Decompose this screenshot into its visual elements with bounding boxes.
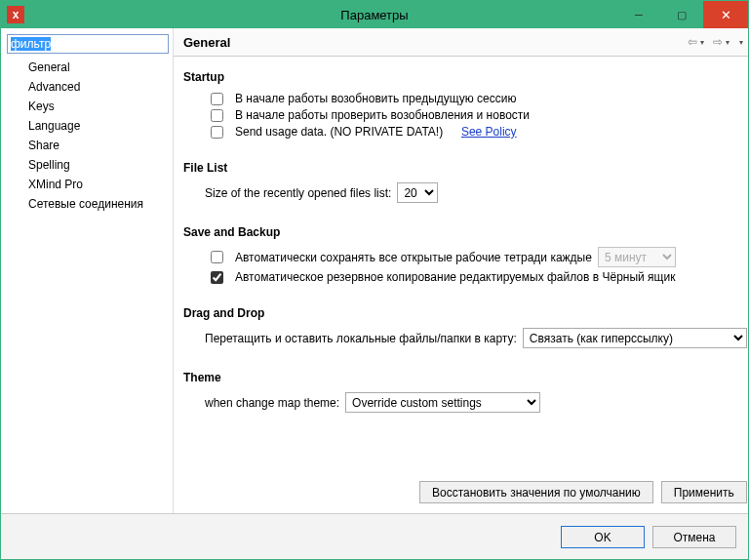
label-filelist-size: Size of the recently opened files list: xyxy=(205,186,391,200)
label-send-usage: Send usage data. (NO PRIVATE DATA!) xyxy=(235,125,443,139)
section-savebackup-title: Save and Backup xyxy=(183,225,747,239)
checkbox-auto-save[interactable] xyxy=(211,251,223,263)
checkbox-check-updates[interactable] xyxy=(211,109,223,122)
nav-item-language[interactable]: Language xyxy=(28,116,169,136)
filter-input[interactable] xyxy=(7,34,169,54)
nav-item-xmindpro[interactable]: XMind Pro xyxy=(28,175,169,194)
back-icon[interactable]: ⇦ xyxy=(685,34,700,50)
dialog-button-bar: OK Отмена xyxy=(1,513,748,560)
apply-button[interactable]: Применить xyxy=(661,481,747,503)
link-see-policy[interactable]: See Policy xyxy=(461,125,517,139)
main-panel: General ⇦▾ ⇨▾ ▾ Startup В начале работы … xyxy=(173,28,749,513)
checkbox-restore-session[interactable] xyxy=(211,93,223,105)
label-dragdrop: Перетащить и оставить локальные файлы/па… xyxy=(205,332,517,345)
select-dragdrop[interactable]: Связать (как гиперссылку) xyxy=(523,328,747,348)
checkbox-auto-backup[interactable] xyxy=(211,271,223,284)
app-icon: x xyxy=(7,6,24,23)
title-bar: x Параметры ─ ▢ ✕ xyxy=(1,1,748,28)
minimize-button[interactable]: ─ xyxy=(617,1,660,28)
page-title: General xyxy=(183,35,230,50)
maximize-button[interactable]: ▢ xyxy=(660,1,703,28)
main-header: General ⇦▾ ⇨▾ ▾ xyxy=(174,28,749,57)
label-check-updates: В начале работы проверить возобновления … xyxy=(235,108,530,122)
nav-item-advanced[interactable]: Advanced xyxy=(28,77,169,97)
select-filelist-size[interactable]: 20 xyxy=(397,182,438,203)
select-theme[interactable]: Override custom settings xyxy=(345,392,540,413)
section-startup-title: Startup xyxy=(183,70,747,84)
restore-defaults-button[interactable]: Восстановить значения по умолчанию xyxy=(419,481,653,503)
nav-item-network[interactable]: Сетевые соединения xyxy=(28,194,169,214)
back-menu-icon[interactable]: ▾ xyxy=(700,38,704,47)
menu-icon[interactable]: ▾ xyxy=(739,38,743,47)
nav-item-share[interactable]: Share xyxy=(28,136,169,155)
select-auto-save-interval: 5 минут xyxy=(598,247,676,267)
label-auto-save: Автоматически сохранять все открытые раб… xyxy=(235,251,592,264)
label-restore-session: В начале работы возобновить предыдущую с… xyxy=(235,92,516,105)
ok-button[interactable]: OK xyxy=(561,526,645,548)
section-theme-title: Theme xyxy=(183,371,747,384)
section-filelist-title: File List xyxy=(183,161,747,175)
nav-list: General Advanced Keys Language Share Spe… xyxy=(7,58,169,214)
close-button[interactable]: ✕ xyxy=(703,1,748,28)
nav-item-spelling[interactable]: Spelling xyxy=(28,155,169,175)
label-auto-backup: Автоматическое резервное копирование ред… xyxy=(235,270,675,284)
nav-item-keys[interactable]: Keys xyxy=(28,97,169,116)
section-dragdrop-title: Drag and Drop xyxy=(183,306,747,320)
cancel-button[interactable]: Отмена xyxy=(652,526,736,548)
nav-item-general[interactable]: General xyxy=(28,58,169,77)
label-theme: when change map theme: xyxy=(205,396,339,410)
sidebar: General Advanced Keys Language Share Spe… xyxy=(1,28,173,513)
checkbox-send-usage[interactable] xyxy=(211,126,223,139)
forward-icon[interactable]: ⇨ xyxy=(710,34,726,50)
forward-menu-icon[interactable]: ▾ xyxy=(726,38,729,47)
